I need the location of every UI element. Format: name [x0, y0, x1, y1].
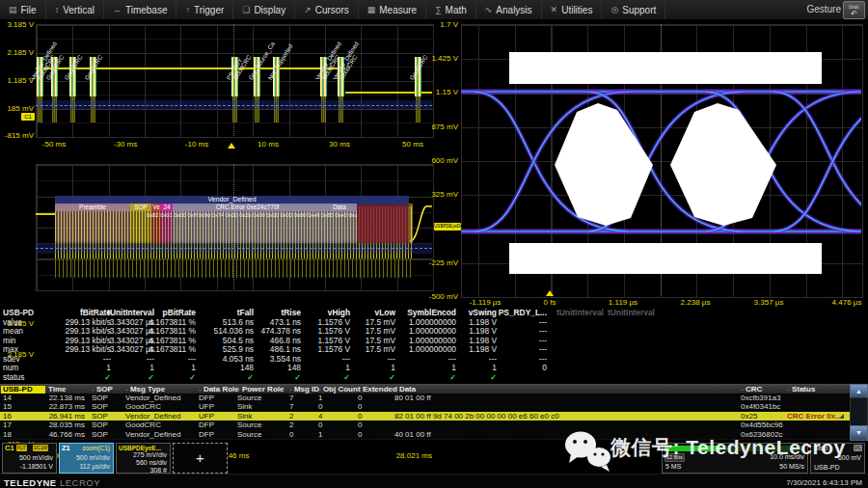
- eye-x-tick: 1.119 µs: [594, 298, 652, 307]
- eye-y-tick: -225 mV: [400, 258, 458, 267]
- eye-y-tick: 325 mV: [400, 190, 458, 199]
- protocol-cell: 26.941 ms: [39, 412, 85, 420]
- protocol-cell: Vendor_Defined: [125, 412, 197, 420]
- protocol-cell: 80 01 00 ff: [394, 393, 738, 402]
- eye-x-tick: 2.238 µs: [666, 298, 724, 307]
- protocol-cell: 46.766 ms: [39, 430, 85, 439]
- protocol-scrollbar-track[interactable]: [850, 397, 868, 427]
- protocol-cell: DFP: [199, 393, 235, 402]
- eye-vdiv: 275 mV/div: [133, 451, 167, 459]
- channel-descriptor-c1[interactable]: C1 FLT DC1M 500 mV/div -1.18501 V: [2, 443, 57, 474]
- trace-descriptor-eye[interactable]: USBPDEyeE... 275 mV/div 560 ns/div 308 #: [116, 443, 171, 474]
- add-trace-button[interactable]: +: [173, 443, 228, 474]
- timebase-samplerate: 50 MS/s: [779, 463, 804, 471]
- protocol-cell: 2: [289, 420, 314, 429]
- footer-bar: TELEDYNE LECROY 7/30/2021 6:43:13 PM: [0, 474, 868, 488]
- c1-offset: -1.18501 V: [20, 463, 53, 471]
- eye-x-tick: 0 fs: [521, 298, 579, 307]
- protocol-cell: 15: [3, 402, 32, 411]
- oscilloscope-screen: ▤File↕Vertical↔Timebase↑Trigger❏Display↗…: [0, 0, 868, 488]
- datetime: 7/30/2021 6:43:13 PM: [786, 478, 862, 487]
- eye-x-tick: -1.119 µs: [456, 298, 514, 307]
- watermark-text: 微信号: TeledyneLecroy: [610, 434, 846, 461]
- protocol-cell: GoodCRC: [125, 420, 197, 429]
- protocol-cell: DFP: [199, 430, 235, 439]
- protocol-cell: Vendor_Defined: [125, 393, 197, 402]
- protocol-cell: Source: [237, 420, 287, 429]
- protocol-cell: SOP: [92, 393, 121, 402]
- protocol-cell: 14: [3, 393, 32, 402]
- eye-y-tick: 875 mV: [400, 122, 458, 131]
- protocol-cell: DFP: [199, 420, 235, 429]
- timebase-memory: 5 MS: [665, 463, 681, 470]
- protocol-cell: UFP: [199, 402, 235, 411]
- protocol-cell: 7: [289, 393, 314, 402]
- wechat-icon: [563, 428, 613, 473]
- protocol-cell: 0: [358, 430, 391, 439]
- protocol-cell: CRC Error 0x...: [787, 412, 841, 420]
- protocol-cell: 7: [289, 402, 314, 411]
- brand-lecroy: LECROY: [60, 477, 100, 488]
- z1-tdiv: 112 µs/div: [79, 463, 110, 471]
- protocol-cell: 0: [358, 412, 391, 420]
- z1-mode: zoom(C1): [82, 445, 110, 452]
- eye-x-tick: 4.476 µs: [818, 298, 868, 307]
- protocol-cell: 2: [289, 412, 314, 420]
- protocol-cell: 0x25: [741, 412, 785, 420]
- c1-coupling-badge: DC1M: [33, 445, 48, 451]
- protocol-cell: 22.873 ms: [39, 402, 85, 411]
- protocol-cell: 0: [358, 420, 391, 429]
- protocol-cell: 0: [289, 430, 314, 439]
- trigger-source: USB-PD: [814, 464, 839, 471]
- protocol-cell: Source: [237, 430, 287, 439]
- protocol-cell: 0x4f0341bc: [741, 402, 785, 411]
- protocol-cell: 0: [318, 420, 355, 429]
- protocol-cell: Vendor_Defined: [125, 430, 197, 439]
- protocol-cell: SOP: [92, 402, 121, 411]
- eye-y-tick: 600 mV: [400, 156, 458, 165]
- eye-y-tick: -500 mV: [400, 292, 458, 301]
- protocol-cell: 18: [3, 430, 32, 439]
- row-expand-icon[interactable]: [839, 414, 844, 419]
- protocol-cell: 0: [358, 393, 391, 402]
- protocol-cell: 0x4d55bc96: [741, 420, 785, 429]
- brand-teledyne: TELEDYNE: [4, 477, 57, 488]
- protocol-cell: UFP: [199, 412, 235, 420]
- protocol-cell: 82 01 00 ff 9d 74 00 2b 00 00 00 00 e6 6…: [394, 412, 738, 420]
- protocol-cell: 28.035 ms: [39, 420, 85, 429]
- c1-vdiv: 500 mV/div: [19, 454, 53, 462]
- protocol-cell: SOP: [92, 412, 121, 420]
- c1-filter-badge: FLT: [16, 445, 27, 451]
- trace-descriptor-z1[interactable]: Z1 zoom(C1) 500 mV/div 112 µs/div: [59, 443, 114, 474]
- eye-tdiv: 560 ns/div: [136, 459, 167, 467]
- protocol-cell: 4: [318, 412, 355, 420]
- protocol-cell: 22.138 ms: [39, 393, 85, 402]
- protocol-cell: SOP: [92, 420, 121, 429]
- c1-label: C1: [5, 445, 14, 452]
- protocol-cell: SOP: [92, 430, 121, 439]
- protocol-cell: 16: [3, 412, 32, 420]
- z1-vdiv: 500 mV/div: [76, 454, 110, 462]
- protocol-cell: 1: [318, 430, 355, 439]
- protocol-cell: 0: [358, 402, 391, 411]
- eye-y-tick: 1.15 V: [400, 88, 458, 96]
- z1-label: Z1: [62, 445, 70, 452]
- protocol-cell: Sink: [237, 402, 287, 411]
- protocol-cell: 1: [318, 393, 355, 402]
- plus-icon: +: [174, 449, 227, 466]
- protocol-cell: Source: [237, 393, 287, 402]
- protocol-cell: Sink: [237, 412, 287, 420]
- trigger-coupling-badge: DC: [854, 445, 862, 451]
- eye-y-tick: 1.7 V: [400, 20, 458, 29]
- protocol-scroll-down-button[interactable]: ▼: [850, 425, 868, 441]
- protocol-cell: 0: [318, 402, 355, 411]
- protocol-table: 1422.138 msSOPVendor_DefinedDFPSource710…: [0, 0, 868, 488]
- protocol-cell: 0xcfb391a3: [741, 393, 785, 402]
- eye-x-tick: 3.357 µs: [740, 298, 798, 307]
- protocol-cell: 17: [3, 420, 32, 429]
- protocol-cell: GoodCRC: [125, 402, 197, 411]
- eye-y-tick: 1.425 V: [400, 54, 458, 63]
